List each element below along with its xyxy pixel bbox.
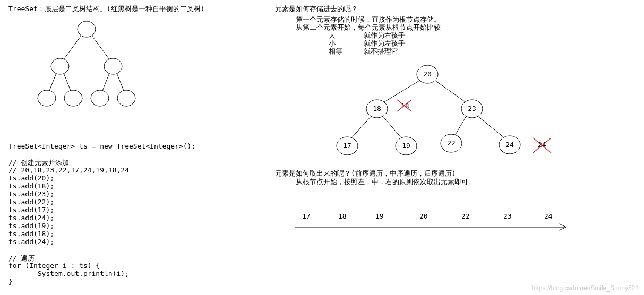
svg-line-8 xyxy=(92,36,109,59)
svg-point-2 xyxy=(104,58,122,74)
node-23: 23 xyxy=(468,105,476,112)
node-18: 18 xyxy=(373,105,381,112)
node-20: 20 xyxy=(423,70,432,78)
code-l1: ts.add(20); xyxy=(8,174,54,182)
seq-19: 19 xyxy=(375,212,384,220)
node-17: 17 xyxy=(343,142,351,150)
code-l9: ts.add(24); xyxy=(8,238,54,246)
svg-line-9 xyxy=(49,73,56,91)
svg-point-3 xyxy=(38,90,56,106)
seq-24: 24 xyxy=(544,212,553,220)
svg-line-10 xyxy=(64,73,71,91)
seq-18: 18 xyxy=(338,212,347,220)
code-l3: ts.add(23); xyxy=(8,190,54,198)
svg-line-24 xyxy=(455,116,466,135)
storage-question: 元素是如何存储进去的呢？ xyxy=(275,4,358,14)
rule-equal-key: 相等 xyxy=(329,47,342,56)
svg-point-0 xyxy=(78,21,96,37)
seq-20: 20 xyxy=(419,212,428,220)
code-l2: ts.add(18); xyxy=(8,182,54,190)
seq-17: 17 xyxy=(302,212,311,220)
retrieve-rule: 从根节点开始，按照左，中，右的原则依次取出元素即可。 xyxy=(296,177,475,187)
svg-line-12 xyxy=(117,73,124,91)
svg-line-7 xyxy=(64,36,81,59)
rule-equal-val: 就不搭理它 xyxy=(364,47,398,56)
code-l8: ts.add(18); xyxy=(8,230,54,238)
code-l12: } xyxy=(8,277,13,285)
svg-point-1 xyxy=(51,58,69,74)
svg-line-21 xyxy=(435,81,465,102)
code-l5: ts.add(17); xyxy=(8,206,54,214)
arrow-icon xyxy=(295,223,573,233)
generic-tree-diagram xyxy=(33,16,171,111)
node-19: 19 xyxy=(402,142,410,150)
watermark: https://blog.csdn.net/Smile_Sunny521 xyxy=(532,284,639,292)
svg-line-22 xyxy=(351,116,371,138)
code-l4: ts.add(22); xyxy=(8,198,54,206)
svg-point-6 xyxy=(117,90,135,106)
left-title: TreeSet：底层是二叉树结构。(红黑树是一种自平衡的二叉树) xyxy=(8,4,204,14)
svg-line-11 xyxy=(102,73,109,91)
svg-line-25 xyxy=(478,116,504,137)
seq-22: 22 xyxy=(461,212,470,220)
svg-point-4 xyxy=(64,90,82,106)
bst-diagram: 20 18 23 17 19 22 24 18 24 xyxy=(319,58,573,164)
code-l7: ts.add(19); xyxy=(8,222,54,230)
code-c2: // 20,18,23,22,17,24,19,18,24 xyxy=(8,166,129,174)
svg-point-5 xyxy=(91,90,109,106)
node-24: 24 xyxy=(505,141,514,149)
code-l6: ts.add(24); xyxy=(8,214,54,222)
svg-line-20 xyxy=(384,81,419,102)
svg-line-23 xyxy=(383,116,401,138)
code-l11: System.out.println(i); xyxy=(8,270,129,277)
node-22: 22 xyxy=(447,139,456,147)
code-decl: TreeSet<Integer> ts = new TreeSet<Intege… xyxy=(8,142,195,150)
code-l10: for (Integer i : ts) { xyxy=(8,262,100,270)
page: TreeSet：底层是二叉树结构。(红黑树是一种自平衡的二叉树) TreeSet… xyxy=(0,0,644,295)
seq-23: 23 xyxy=(503,212,512,220)
